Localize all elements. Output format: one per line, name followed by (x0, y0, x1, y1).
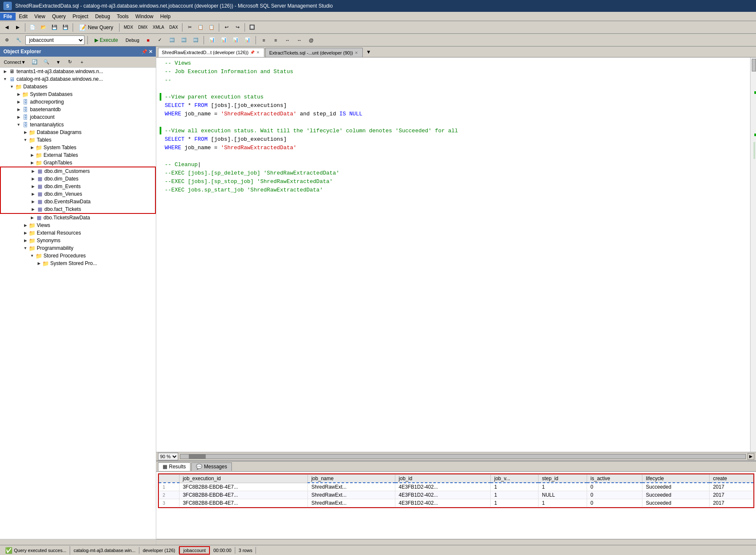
tree-item-jobaccount[interactable]: ▶ 🗄 jobaccount (0, 113, 156, 121)
copy-button[interactable]: 📋 (196, 22, 206, 33)
forward-button[interactable]: ▶ (13, 22, 23, 33)
tree-item-views[interactable]: ▶ 📁 Views (0, 221, 156, 229)
tab-shredraw[interactable]: ShredRawExtractedD...t (developer (126))… (158, 48, 264, 57)
tree-item-sysstoredprocs[interactable]: ▶ 📁 System Stored Pro... (0, 260, 156, 267)
h-scrollbar[interactable] (180, 454, 746, 459)
tree-item-dimdates[interactable]: ▶ ▦ dbo.dim_Dates (1, 175, 155, 183)
ssms-btn1[interactable]: MDX (122, 22, 135, 33)
menu-debug[interactable]: Debug (92, 13, 113, 20)
scroll-thumb[interactable] (752, 59, 756, 71)
menu-tools[interactable]: Tools (114, 13, 132, 20)
tree-item-server1[interactable]: ▶ 🖥 tenants1-mt-aj3.database.windows.n..… (0, 68, 156, 75)
results-hscroll[interactable] (156, 539, 756, 545)
expand-tenantanalytics[interactable]: ▼ (15, 121, 22, 128)
oe-connect-button[interactable]: Connect▼ (2, 57, 28, 67)
h-scroll-thumb[interactable] (189, 454, 206, 459)
tree-item-graphtables[interactable]: ▶ 📁 GraphTables (0, 159, 156, 167)
oe-scroll-bottom[interactable] (0, 539, 156, 545)
undo-button[interactable]: ↩ (221, 22, 231, 33)
tree-item-diagrams[interactable]: ▶ 📁 Database Diagrams (0, 128, 156, 136)
indent-btn2[interactable]: ≡ (271, 35, 281, 45)
tab-extracttickets[interactable]: ExtractTickets.sql -...unt (developer (9… (265, 48, 362, 57)
expand-graphtables[interactable]: ▶ (29, 159, 35, 166)
h-scroll-right[interactable]: ▶ (748, 453, 754, 460)
expand-views[interactable]: ▶ (22, 222, 29, 229)
tree-item-tables[interactable]: ▼ 📁 Tables (0, 136, 156, 144)
format-btn2[interactable]: 📊 (219, 35, 229, 45)
tree-item-basetenant[interactable]: ▶ 🗄 basetenantdb (0, 106, 156, 113)
cut-button[interactable]: ✂ (185, 22, 195, 33)
results-tab-results[interactable]: ▦ Results (158, 462, 190, 471)
debug-button[interactable]: Debug (123, 35, 141, 45)
new-query-button[interactable]: 📝 New Query (75, 22, 117, 33)
expand-synonyms[interactable]: ▶ (22, 237, 29, 244)
oe-pin-icon[interactable]: 📌 ✕ (141, 49, 152, 55)
expand-server1[interactable]: ▶ (2, 68, 8, 75)
indent-btn3[interactable]: ↔ (283, 35, 293, 45)
back-button[interactable]: ◀ (2, 22, 12, 33)
stop-button[interactable]: ■ (143, 35, 153, 45)
parse-btn3[interactable]: 🔤 (190, 35, 201, 45)
tree-item-adhoc[interactable]: ▶ 🗄 adhocreporting (0, 98, 156, 106)
expand-basetenant[interactable]: ▶ (15, 106, 22, 113)
tree-item-dimvenues[interactable]: ▶ ▦ dbo.dim_Venues (1, 190, 155, 198)
expand-dimvenues[interactable]: ▶ (30, 191, 36, 197)
menu-view[interactable]: View (31, 13, 49, 20)
results-tab-messages[interactable]: 💬 Messages (191, 462, 232, 471)
oe-sync-button[interactable]: ↻ (65, 57, 75, 67)
save-button[interactable]: 💾 (49, 22, 60, 33)
expand-databases[interactable]: ▼ (8, 83, 15, 90)
oe-new-button[interactable]: + (77, 57, 87, 67)
tree-item-extresources[interactable]: ▶ 📁 External Resources (0, 229, 156, 237)
expand-jobaccount[interactable]: ▶ (15, 114, 22, 120)
expand-sysstoredprocs[interactable]: ▶ (35, 260, 42, 267)
tree-item-exttables[interactable]: ▶ 📁 External Tables (0, 151, 156, 159)
tree-item-storedprocs[interactable]: ▼ 📁 Stored Procedures (0, 252, 156, 260)
parse-btn1[interactable]: 🔤 (167, 35, 177, 45)
format-btn1[interactable]: 📊 (207, 35, 217, 45)
menu-query[interactable]: Query (49, 13, 69, 20)
new-file-button[interactable]: 📄 (27, 22, 38, 33)
zoom-select[interactable]: 90 % (158, 453, 178, 460)
expand-exttables[interactable]: ▶ (29, 152, 35, 159)
indent-btn4[interactable]: ↔ (294, 35, 305, 45)
expand-dimevents[interactable]: ▶ (30, 183, 36, 190)
save-all-button[interactable]: 💾 (60, 22, 71, 33)
tree-item-synonyms[interactable]: ▶ 📁 Synonyms (0, 237, 156, 244)
oe-filter-button[interactable]: 🔍 (41, 57, 52, 67)
tree-item-eventsrawdata[interactable]: ▶ ▦ dbo.EventsRawData (1, 198, 155, 205)
tree-item-server2[interactable]: ▼ 🖥 catalog-mt-aj3.database.windows.ne..… (0, 75, 156, 83)
expand-dimdates[interactable]: ▶ (30, 175, 36, 182)
redo-button[interactable]: ↪ (232, 22, 242, 33)
tree-item-facttickets[interactable]: ▶ ▦ dbo.fact_Tickets (1, 205, 155, 213)
tree-item-dimevents[interactable]: ▶ ▦ dbo.dim_Events (1, 183, 155, 190)
expand-diagrams[interactable]: ▶ (22, 129, 29, 136)
expand-programmability[interactable]: ▼ (22, 245, 29, 252)
menu-window[interactable]: Window (132, 13, 157, 20)
expand-tables[interactable]: ▼ (22, 137, 29, 143)
tree-item-databases[interactable]: ▼ 📁 Databases (0, 83, 156, 90)
expand-dimcustomers[interactable]: ▶ (30, 168, 36, 175)
oe-refresh-button[interactable]: 🔄 (30, 57, 40, 67)
expand-systemdb[interactable]: ▶ (15, 91, 22, 98)
ssms-btn4[interactable]: DAX (167, 22, 180, 33)
open-button[interactable]: 📂 (38, 22, 49, 33)
misc-btn2[interactable]: @ (306, 35, 316, 45)
menu-help[interactable]: Help (157, 13, 174, 20)
expand-ticketsrawdata[interactable]: ▶ (29, 214, 35, 221)
ssms-btn3[interactable]: XMLA (151, 22, 166, 33)
check-button[interactable]: ✓ (155, 35, 165, 45)
expand-adhoc[interactable]: ▶ (15, 98, 22, 105)
format-btn4[interactable]: 📊 (242, 35, 253, 45)
expand-extresources[interactable]: ▶ (22, 230, 29, 236)
tab-shredraw-close[interactable]: ✕ (256, 50, 260, 55)
expand-facttickets[interactable]: ▶ (30, 206, 36, 213)
expand-server2[interactable]: ▼ (2, 76, 8, 82)
oe-filter2-button[interactable]: ▼ (53, 57, 63, 67)
code-editor[interactable]: -- Views -- Job Execution Information an… (156, 57, 750, 452)
expand-eventsrawdata[interactable]: ▶ (30, 198, 36, 205)
tree-item-programmability[interactable]: ▼ 📁 Programmability (0, 244, 156, 252)
tb2-btn1[interactable]: ⚙ (2, 35, 12, 45)
menu-file[interactable]: File (0, 13, 16, 20)
parse-btn2[interactable]: 🔤 (179, 35, 189, 45)
